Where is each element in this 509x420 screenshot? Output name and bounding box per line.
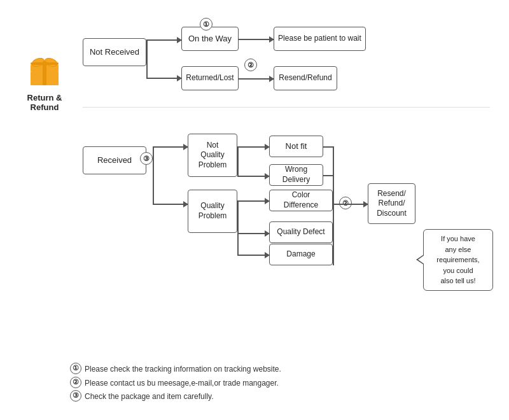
- note-num-2: ②: [70, 377, 81, 388]
- arrow-nr-returned: [146, 78, 181, 79]
- arrow-nqp-wrong: [237, 176, 269, 177]
- circle-2-bottom: ②: [339, 197, 352, 209]
- top-section: Return & Refund Not Received On the Way …: [13, 13, 490, 356]
- box-damage: Damage: [269, 244, 333, 265]
- line-recv-up: [153, 146, 154, 162]
- circle-3: ③: [140, 152, 153, 165]
- arrow-nqp-notfit: [237, 146, 269, 148]
- note-num-3: ③: [70, 390, 81, 402]
- arrow-qp-damage: [237, 255, 269, 256]
- note-3: ③ Check the package and item carefully.: [70, 390, 490, 404]
- footer-notes: ① Please check the tracking information …: [13, 363, 490, 404]
- box-not-quality: Not Quality Problem: [188, 134, 237, 177]
- line-recv-down: [153, 160, 154, 204]
- note-text-1: Please check the tracking information on…: [85, 363, 281, 377]
- box-received: Received: [83, 146, 146, 174]
- divider: [83, 107, 490, 108]
- note-text-2: Please contact us bu meesage,e-mail,or t…: [85, 377, 279, 391]
- note-2: ② Please contact us bu meesage,e-mail,or…: [70, 377, 490, 391]
- box-resend-refund-discount: Resend/ Refund/ Discount: [368, 183, 415, 224]
- box-please-wait: Please be patient to wait: [274, 27, 366, 51]
- arrow-recv-quality: [153, 204, 188, 205]
- arrow-qp-colordiff: [237, 200, 269, 202]
- box-resend-refund-top: Resend/Refund: [274, 66, 337, 90]
- line-nqp-up: [237, 146, 239, 155]
- box-on-the-way: On the Way: [181, 27, 239, 51]
- box-wrong-delivery: Wrong Delivery: [269, 164, 323, 186]
- svg-rect-6: [31, 62, 59, 65]
- arrow-returned-resend: [239, 78, 274, 80]
- bline-wrong: [323, 175, 333, 176]
- line-qp-up: [237, 200, 239, 211]
- arrow-bracket-rrd: [333, 204, 368, 205]
- circle-1: ①: [200, 18, 213, 31]
- flowchart: Not Received On the Way ① Please be pati…: [76, 13, 490, 356]
- bracket-right-top: [333, 146, 334, 265]
- icon-section: Return & Refund: [13, 13, 76, 112]
- box-quality-problem: Quality Problem: [188, 190, 237, 233]
- line-nqp-down: [237, 155, 239, 176]
- line-qp-down: [237, 233, 239, 255]
- line-nr-up: [146, 39, 148, 53]
- note-1: ① Please check the tracking information …: [70, 363, 490, 377]
- line-qp-mid: [237, 211, 239, 233]
- gift-icon: [25, 51, 64, 89]
- box-color-diff: Color Difference: [269, 190, 333, 211]
- line-nr-down: [146, 52, 148, 78]
- note-num-1: ①: [70, 363, 81, 374]
- arrow-qp-qualitydefect: [237, 233, 269, 234]
- main-container: Return & Refund Not Received On the Way …: [0, 0, 509, 420]
- arrow-recv-notquality: [153, 146, 188, 148]
- speech-bubble: If you have any else requirements, you c…: [423, 229, 493, 291]
- box-returned-lost: Returned/Lost: [181, 66, 239, 90]
- arrow-nr-onway: [146, 39, 181, 41]
- icon-label: Return & Refund: [13, 93, 76, 112]
- circle-2-top: ②: [244, 59, 257, 71]
- box-not-received: Not Received: [83, 38, 146, 66]
- box-not-fit: Not fit: [269, 136, 323, 157]
- svg-rect-2: [43, 65, 46, 85]
- box-quality-defect: Quality Defect: [269, 221, 333, 243]
- arrow-onway-wait: [239, 39, 274, 40]
- bline-notfit: [323, 146, 333, 148]
- note-text-3: Check the package and item carefully.: [85, 390, 214, 404]
